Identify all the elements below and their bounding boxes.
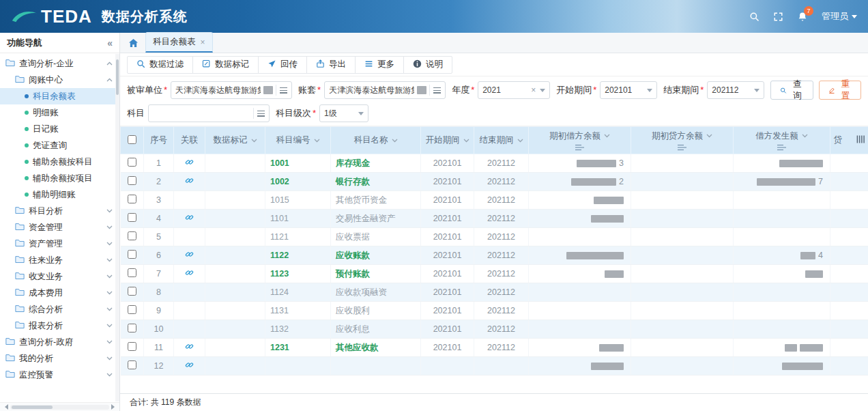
unit-picker-icon[interactable] bbox=[276, 85, 287, 96]
tab-close-icon[interactable]: × bbox=[201, 38, 205, 46]
query-button[interactable]: 查询 bbox=[770, 81, 813, 100]
sidebar-item-3[interactable]: 明细账 bbox=[0, 104, 119, 121]
column-header-jf[interactable]: 借方发生额 bbox=[734, 127, 830, 154]
sidebar-item-8[interactable]: 辅助明细账 bbox=[0, 186, 119, 203]
chevron-down-icon[interactable] bbox=[463, 139, 469, 143]
chevron-down-icon[interactable] bbox=[392, 139, 398, 143]
search-icon[interactable] bbox=[749, 12, 760, 22]
link-icon[interactable] bbox=[185, 251, 194, 261]
sum-toggle-icon[interactable] bbox=[532, 144, 628, 151]
user-menu[interactable]: 管理员 bbox=[822, 10, 857, 23]
end-period-select[interactable]: 202112 bbox=[707, 81, 764, 99]
subject-code-link[interactable]: 1001 bbox=[270, 158, 289, 168]
start-period-select[interactable]: 202101 bbox=[600, 81, 657, 99]
sidebar-item-1[interactable]: 阅账中心 bbox=[0, 72, 119, 88]
subject-code-link[interactable]: 1124 bbox=[270, 287, 289, 297]
subject-code-link[interactable]: 1123 bbox=[270, 269, 289, 279]
subject-name-link[interactable]: 应收款项融资 bbox=[336, 287, 387, 297]
chevron-down-icon[interactable] bbox=[106, 242, 113, 246]
subject-name-link[interactable]: 交易性金融资产 bbox=[336, 214, 396, 223]
sidebar-item-14[interactable]: 成本费用 bbox=[0, 285, 119, 301]
subject-code-link[interactable]: 1121 bbox=[270, 232, 289, 242]
subject-code-link[interactable]: 1002 bbox=[270, 177, 289, 186]
sidebar-item-17[interactable]: 查询分析-政府 bbox=[0, 334, 119, 350]
toolbar-button-4[interactable]: 更多 bbox=[355, 56, 404, 74]
audited-unit-input[interactable]: 天津滨海泰达航母旅游集团 bbox=[171, 81, 292, 99]
chevron-down-icon[interactable] bbox=[106, 274, 113, 279]
column-header-seq[interactable]: 序号 bbox=[144, 127, 174, 154]
sidebar-horizontal-scrollbar[interactable] bbox=[0, 402, 119, 411]
chevron-down-icon[interactable] bbox=[106, 324, 113, 328]
ledger-input[interactable]: 天津滨海泰达航母旅游集团 bbox=[324, 81, 446, 99]
sidebar-item-0[interactable]: 查询分析-企业 bbox=[0, 55, 119, 72]
chevron-down-icon[interactable] bbox=[106, 291, 113, 295]
subject-name-link[interactable]: 预付账款 bbox=[336, 269, 370, 279]
chevron-up-icon[interactable] bbox=[106, 61, 113, 66]
subject-name-link[interactable]: 应收利息 bbox=[336, 324, 370, 334]
sidebar-item-10[interactable]: 资金管理 bbox=[0, 219, 119, 236]
sidebar-item-18[interactable]: 我的分析 bbox=[0, 350, 119, 367]
sidebar-collapse-icon[interactable]: « bbox=[107, 38, 113, 48]
subject-code-link[interactable]: 1132 bbox=[270, 324, 289, 334]
subject-code-link[interactable]: 1122 bbox=[270, 251, 289, 260]
scroll-thumb[interactable] bbox=[12, 406, 53, 409]
subject-code-link[interactable]: 1015 bbox=[270, 195, 289, 205]
chevron-down-icon[interactable] bbox=[106, 209, 113, 213]
tab-subject-balance[interactable]: 科目余额表 × bbox=[145, 32, 213, 53]
subject-name-link[interactable]: 应收票据 bbox=[336, 232, 370, 242]
subject-name-link[interactable]: 库存现金 bbox=[336, 158, 370, 168]
column-header-code[interactable]: 科目编号 bbox=[265, 127, 331, 154]
chevron-down-icon[interactable] bbox=[106, 307, 113, 311]
row-checkbox[interactable] bbox=[128, 268, 136, 277]
row-checkbox[interactable] bbox=[128, 250, 136, 259]
fullscreen-icon[interactable] bbox=[773, 12, 783, 22]
subject-name-link[interactable]: 银行存款 bbox=[336, 177, 370, 186]
subject-code-link[interactable]: 1231 bbox=[270, 343, 289, 352]
row-checkbox[interactable] bbox=[128, 324, 136, 332]
column-header-end[interactable]: 结束期间 bbox=[474, 127, 529, 154]
link-icon[interactable] bbox=[185, 362, 194, 371]
sidebar-item-7[interactable]: 辅助余额按项目 bbox=[0, 170, 119, 186]
sidebar-item-19[interactable]: 监控预警 bbox=[0, 367, 119, 383]
chevron-down-icon[interactable] bbox=[106, 225, 113, 229]
reset-button[interactable]: 重置 bbox=[819, 81, 861, 100]
subject-level-select[interactable]: 1级 bbox=[319, 104, 368, 122]
toolbar-button-5[interactable]: 说明 bbox=[403, 56, 452, 74]
subject-name-link[interactable]: 其他货币资金 bbox=[336, 195, 387, 205]
scroll-track[interactable] bbox=[10, 405, 109, 410]
sum-toggle-icon[interactable] bbox=[634, 144, 730, 151]
subject-input[interactable] bbox=[148, 104, 270, 122]
subject-name-link[interactable]: 应收账款 bbox=[336, 251, 370, 260]
sidebar-item-4[interactable]: 日记账 bbox=[0, 121, 119, 137]
sidebar-item-6[interactable]: 辅助余额按科目 bbox=[0, 154, 119, 170]
row-checkbox[interactable] bbox=[128, 213, 136, 222]
scroll-right-arrow[interactable] bbox=[111, 404, 117, 410]
column-header-link[interactable]: 关联 bbox=[174, 127, 205, 154]
chevron-up-icon[interactable] bbox=[106, 78, 113, 82]
chevron-down-icon[interactable] bbox=[802, 134, 808, 138]
column-header-qcd[interactable]: 期初贷方余额 bbox=[631, 127, 734, 154]
sidebar-item-11[interactable]: 资产管理 bbox=[0, 236, 119, 252]
sidebar-item-16[interactable]: 报表分析 bbox=[0, 317, 119, 334]
chevron-down-icon[interactable] bbox=[106, 258, 113, 262]
column-header-mark[interactable]: 数据标记 bbox=[205, 127, 265, 154]
subject-picker-icon[interactable] bbox=[253, 108, 265, 119]
ledger-picker-icon[interactable] bbox=[429, 85, 441, 96]
chevron-down-icon[interactable] bbox=[251, 139, 257, 143]
subject-name-link[interactable]: 其他应收款 bbox=[336, 343, 379, 352]
column-header-start[interactable]: 开始期间 bbox=[421, 127, 474, 154]
sum-toggle-icon[interactable] bbox=[736, 144, 827, 151]
column-settings-icon[interactable] bbox=[856, 135, 865, 145]
year-clear-icon[interactable]: × bbox=[531, 85, 536, 95]
chevron-down-icon[interactable] bbox=[106, 356, 113, 360]
year-select[interactable]: 2021 × bbox=[478, 81, 550, 99]
chevron-down-icon[interactable] bbox=[604, 134, 610, 138]
row-checkbox[interactable] bbox=[128, 195, 136, 203]
column-header-name[interactable]: 科目名称 bbox=[331, 127, 421, 154]
link-icon[interactable] bbox=[185, 214, 194, 224]
row-checkbox[interactable] bbox=[128, 342, 136, 351]
sidebar-item-12[interactable]: 往来业务 bbox=[0, 252, 119, 268]
notification-bell-icon[interactable]: 7 bbox=[797, 11, 808, 23]
chevron-down-icon[interactable] bbox=[106, 373, 113, 377]
row-checkbox[interactable] bbox=[128, 287, 136, 296]
